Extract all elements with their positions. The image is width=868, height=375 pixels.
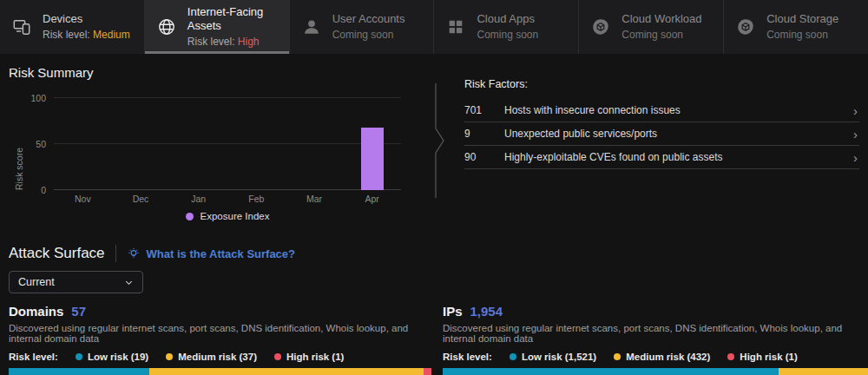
risk-dot-icon xyxy=(614,353,621,360)
risk-dot-icon xyxy=(76,353,82,360)
domains-card: Domains 57 Discovered using regular inte… xyxy=(9,304,431,375)
high-risk-segment xyxy=(424,368,431,375)
x-axis-tick: Nov xyxy=(54,194,112,204)
chevron-right-icon: › xyxy=(853,104,859,117)
tab-label: Internet-Facing Assets xyxy=(187,5,289,33)
gridline xyxy=(54,143,401,144)
domains-card-title: Domains xyxy=(9,304,63,319)
risk-level-value: Medium xyxy=(93,29,130,41)
risk-legend-item: High risk (1) xyxy=(274,352,344,362)
ips-card: IPs 1,954 Discovered using regular inter… xyxy=(443,304,868,375)
risk-summary-title: Risk Summary xyxy=(9,65,94,80)
exposure-index-bar xyxy=(361,128,384,190)
exposure-index-dot-icon xyxy=(186,213,194,220)
risk-legend-label: Medium risk (37) xyxy=(178,352,257,362)
risk-legend-item: Medium risk (432) xyxy=(614,352,710,362)
coming-soon-label: Coming soon xyxy=(766,29,838,42)
tab-label: Cloud Workload xyxy=(621,12,701,26)
top-navigation: Devices Risk level: Medium Internet-Faci… xyxy=(0,0,868,54)
ips-card-title: IPs xyxy=(443,304,463,319)
risk-dot-icon xyxy=(510,353,516,360)
medium-risk-segment xyxy=(149,368,424,375)
tab-cloud-apps[interactable]: Cloud Apps Coming soon xyxy=(433,0,578,54)
coming-soon-label: Coming soon xyxy=(332,29,405,42)
coming-soon-label: Coming soon xyxy=(477,29,538,42)
medium-risk-segment xyxy=(779,368,868,375)
domains-description: Discovered using regular internet scans,… xyxy=(9,323,431,344)
risk-legend-item: Medium risk (37) xyxy=(166,352,257,362)
x-axis-tick: Dec xyxy=(112,194,170,204)
ips-count: 1,954 xyxy=(470,304,503,319)
chevron-right-icon: › xyxy=(853,128,859,141)
tab-label: Cloud Storage xyxy=(766,12,838,26)
risk-dot-icon xyxy=(274,353,281,360)
attack-surface-dashboard: Devices Risk level: Medium Internet-Faci… xyxy=(0,0,868,375)
time-filter-dropdown[interactable]: Current xyxy=(9,271,143,293)
ips-description: Discovered using regular internet scans,… xyxy=(443,323,868,344)
risk-level-label: Risk level: xyxy=(9,352,58,362)
low-risk-segment xyxy=(443,368,779,375)
ips-risk-bar xyxy=(443,368,868,375)
risk-legend-item: Low risk (19) xyxy=(76,352,148,362)
risk-factors-panel: Risk Factors: 701 Hosts with insecure co… xyxy=(464,78,859,169)
risk-factor-count: 9 xyxy=(464,128,504,140)
globe-icon xyxy=(156,16,177,37)
x-axis-labels: NovDecJanFebMarApr xyxy=(54,194,401,204)
attack-surface-help-label: What is the Attack Surface? xyxy=(147,247,295,260)
exposure-index-label: Exposure Index xyxy=(201,211,270,221)
risk-factor-label: Highly-exploitable CVEs found on public … xyxy=(504,151,853,163)
y-axis-tick: 0 xyxy=(41,185,46,195)
risk-factor-label: Hosts with insecure connection issues xyxy=(504,104,853,116)
cloud-cube-icon xyxy=(735,16,756,37)
risk-legend-item: Low risk (1,521) xyxy=(510,352,596,362)
tab-user-accounts[interactable]: User Accounts Coming soon xyxy=(289,0,434,54)
grid-icon xyxy=(445,16,466,37)
tab-devices[interactable]: Devices Risk level: Medium xyxy=(0,0,144,54)
domains-count: 57 xyxy=(71,304,86,319)
time-filter-value: Current xyxy=(18,276,55,288)
user-icon xyxy=(301,16,322,37)
risk-legend-label: High risk (1) xyxy=(740,352,797,362)
risk-score-chart-plot: 100500 xyxy=(54,98,401,190)
risk-legend-item: High risk (1) xyxy=(727,352,797,362)
risk-factor-row[interactable]: 701 Hosts with insecure connection issue… xyxy=(464,99,859,122)
risk-factor-label: Unexpected public services/ports xyxy=(504,128,853,140)
risk-factor-row[interactable]: 90 Highly-exploitable CVEs found on publ… xyxy=(464,146,859,169)
x-axis-tick: Mar xyxy=(286,194,344,204)
domains-risk-bar xyxy=(9,368,431,375)
risk-factor-row[interactable]: 9 Unexpected public services/ports › xyxy=(464,122,859,146)
x-axis-tick: Feb xyxy=(227,194,286,204)
gridline xyxy=(54,189,401,190)
risk-level-label: Risk level: xyxy=(43,29,90,41)
risk-legend-label: High risk (1) xyxy=(286,352,344,362)
chevron-down-icon xyxy=(124,278,134,287)
gridline xyxy=(54,97,401,98)
attack-surface-header: Attack Surface What is the Attack Surfac… xyxy=(9,245,295,262)
y-axis-tick: 100 xyxy=(30,93,46,103)
risk-dot-icon xyxy=(166,353,173,360)
risk-level-label: Risk level: xyxy=(187,36,235,48)
lightbulb-icon xyxy=(127,247,141,260)
y-axis-label: Risk score xyxy=(14,98,24,190)
risk-factor-count: 90 xyxy=(464,151,504,163)
risk-legend-label: Low risk (19) xyxy=(88,352,148,362)
chevron-right-icon: › xyxy=(853,151,859,164)
tab-cloud-workload[interactable]: Cloud Workload Coming soon xyxy=(578,0,723,54)
risk-factor-count: 701 xyxy=(464,104,504,116)
attack-surface-title: Attack Surface xyxy=(9,245,105,262)
risk-dot-icon xyxy=(727,353,734,360)
attack-surface-help-link[interactable]: What is the Attack Surface? xyxy=(127,247,295,260)
y-axis-tick: 50 xyxy=(36,139,46,149)
coming-soon-label: Coming soon xyxy=(621,29,701,42)
chart-legend: Exposure Index xyxy=(54,211,401,221)
tab-label: Devices xyxy=(43,12,130,26)
x-axis-tick: Apr xyxy=(343,194,401,204)
tab-cloud-storage[interactable]: Cloud Storage Coming soon xyxy=(723,0,868,54)
risk-factors-title: Risk Factors: xyxy=(464,78,859,90)
cloud-cube-icon xyxy=(590,16,611,37)
risk-level-label: Risk level: xyxy=(443,352,492,362)
x-axis-tick: Jan xyxy=(169,194,227,204)
tab-internet-facing-assets[interactable]: Internet-Facing Assets Risk level: High xyxy=(144,0,289,54)
risk-legend-label: Medium risk (432) xyxy=(626,352,710,362)
low-risk-segment xyxy=(9,368,149,375)
